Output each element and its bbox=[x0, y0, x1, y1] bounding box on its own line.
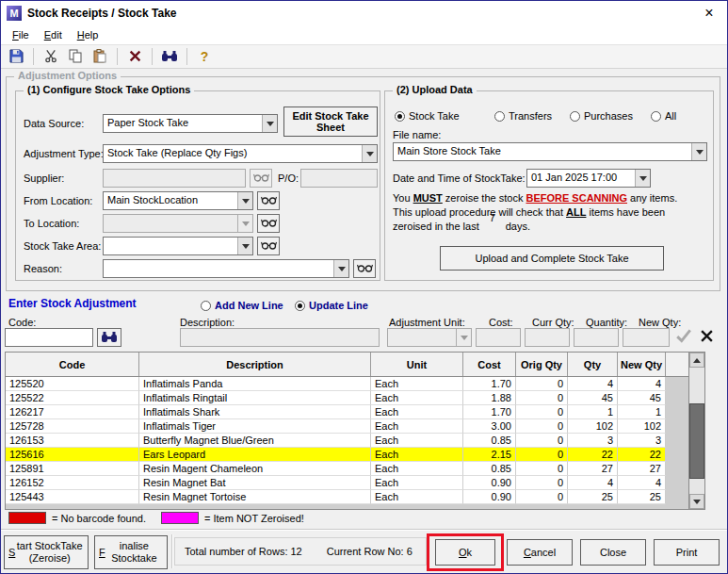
reason-combo[interactable] bbox=[103, 259, 349, 278]
table-row[interactable]: 125616 Ears Leopard Each 2.15 0 22 22 bbox=[6, 448, 688, 462]
stocktake-date-combo[interactable]: 01 Jan 2025 17:00 bbox=[526, 169, 651, 188]
close-button[interactable]: Close bbox=[580, 539, 646, 566]
upload-complete-button[interactable]: Upload and Complete Stock Take bbox=[440, 246, 664, 271]
from-location-lookup-button[interactable] bbox=[257, 191, 280, 210]
header-code[interactable]: Code bbox=[6, 353, 139, 376]
scroll-down-icon[interactable] bbox=[689, 494, 704, 509]
header-new-qty[interactable]: New Qty bbox=[618, 353, 666, 376]
save-button[interactable] bbox=[5, 46, 27, 67]
data-source-value: Paper Stock Take bbox=[104, 115, 262, 132]
close-icon[interactable]: × bbox=[699, 6, 720, 21]
chevron-down-icon bbox=[691, 143, 706, 160]
header-unit[interactable]: Unit bbox=[371, 353, 463, 376]
code-input[interactable] bbox=[5, 328, 93, 347]
finalise-stocktake-button[interactable]: Finalise Stocktake bbox=[94, 535, 168, 569]
to-location-lookup-button[interactable] bbox=[257, 214, 280, 233]
cost-label: Cost: bbox=[489, 317, 513, 328]
header-qty[interactable]: Qty bbox=[568, 353, 618, 376]
not-zeroised-swatch bbox=[161, 512, 199, 524]
table-row[interactable]: 126152 Resin Magnet Bat Each 0.90 0 4 4 bbox=[6, 476, 688, 490]
find-button[interactable] bbox=[158, 46, 181, 67]
radio-button-icon bbox=[570, 111, 580, 122]
new-qty-field bbox=[623, 328, 670, 347]
no-barcode-swatch bbox=[8, 512, 46, 524]
ok-button[interactable]: Ok bbox=[435, 539, 495, 566]
delete-icon bbox=[129, 50, 141, 64]
copy-button[interactable] bbox=[64, 46, 87, 67]
from-location-combo[interactable]: Main StockLocation bbox=[103, 191, 253, 210]
print-button[interactable]: Print bbox=[654, 539, 720, 566]
code-search-button[interactable] bbox=[97, 328, 121, 347]
paste-button[interactable] bbox=[89, 46, 111, 67]
start-stocktake-button[interactable]: Start StockTake (Zeroise) bbox=[4, 535, 89, 569]
radio-update-line[interactable]: Update Line bbox=[295, 300, 368, 311]
total-rows-text: Total number of Rows: 12 bbox=[185, 546, 302, 557]
menu-help[interactable]: Help bbox=[70, 27, 106, 42]
save-icon bbox=[9, 49, 24, 65]
scrollbar-thumb[interactable] bbox=[689, 403, 704, 479]
radio-add-new-line[interactable]: Add New Line bbox=[201, 300, 283, 311]
cancel-button[interactable]: Cancel bbox=[507, 539, 573, 566]
help-icon: ? bbox=[201, 49, 209, 64]
file-name-combo[interactable]: Main Store Stock Take bbox=[393, 142, 707, 161]
table-row[interactable]: 125522 Inflatimals Ringtail Each 1.88 0 … bbox=[6, 391, 688, 405]
header-orig-qty[interactable]: Orig Qty bbox=[516, 353, 568, 376]
toolbar: ? bbox=[1, 44, 727, 69]
menu-bar: File Edit Help bbox=[1, 25, 727, 44]
radio-button-icon bbox=[201, 301, 211, 311]
quantity-label: Quantity: bbox=[586, 317, 627, 328]
radio-purchases-label: Purchases bbox=[584, 110, 633, 122]
chevron-down-icon bbox=[237, 192, 252, 209]
supplier-label: Supplier: bbox=[24, 172, 64, 184]
radio-transfers-label: Transfers bbox=[509, 110, 552, 122]
cancel-line-button[interactable] bbox=[700, 329, 714, 345]
radio-purchases[interactable]: Purchases bbox=[570, 110, 633, 122]
reason-value bbox=[104, 260, 333, 277]
header-description[interactable]: Description bbox=[139, 353, 371, 376]
table-row[interactable]: 125891 Resin Magent Chameleon Each 0.85 … bbox=[6, 462, 688, 476]
curr-qty-field bbox=[525, 328, 570, 347]
table-row[interactable]: 125520 Inflatimals Panda Each 1.70 0 4 4 bbox=[6, 377, 688, 391]
upload-group-label: (2) Upload Data bbox=[393, 84, 477, 96]
table-row[interactable]: 125443 Resin Magnet Tortoise Each 0.90 0… bbox=[6, 490, 688, 504]
file-name-value: Main Store Stock Take bbox=[394, 143, 691, 160]
stock-take-area-combo[interactable] bbox=[103, 237, 253, 255]
radio-all[interactable]: All bbox=[651, 110, 676, 122]
chevron-down-icon bbox=[635, 170, 650, 187]
vertical-scrollbar[interactable] bbox=[688, 353, 704, 509]
table-row[interactable]: 126217 Inflatimals Shark Each 1.70 0 1 1 bbox=[6, 405, 688, 419]
cost-field bbox=[476, 328, 521, 347]
glasses-icon bbox=[261, 218, 277, 229]
glasses-icon bbox=[357, 263, 373, 274]
reason-lookup-button[interactable] bbox=[353, 259, 376, 278]
radio-button-icon bbox=[494, 111, 505, 122]
radio-transfers[interactable]: Transfers bbox=[494, 110, 552, 122]
menu-edit[interactable]: Edit bbox=[37, 27, 70, 42]
data-source-combo[interactable]: Paper Stock Take bbox=[103, 114, 278, 133]
table-row[interactable]: 126153 Butterfly Magnet Blue/Green Each … bbox=[6, 434, 688, 448]
data-source-label: Data Source: bbox=[24, 118, 84, 129]
scrollbar-track[interactable] bbox=[689, 368, 704, 494]
scroll-up-icon[interactable] bbox=[689, 353, 704, 368]
radio-button-icon bbox=[395, 111, 405, 122]
help-button[interactable]: ? bbox=[193, 46, 216, 67]
confirm-line-button bbox=[675, 328, 692, 345]
paste-icon bbox=[93, 49, 106, 65]
edit-stock-take-sheet-button[interactable]: Edit Stock Take Sheet bbox=[283, 107, 378, 137]
cut-button[interactable] bbox=[40, 46, 62, 67]
adjustment-type-combo[interactable]: Stock Take (Replace Qty Figs) bbox=[103, 144, 378, 163]
menu-file[interactable]: File bbox=[5, 27, 37, 42]
chevron-down-icon bbox=[237, 238, 252, 254]
cut-icon bbox=[44, 49, 58, 65]
header-cost[interactable]: Cost bbox=[463, 353, 516, 376]
table-row[interactable]: 125728 Inflatimals Tiger Each 3.00 0 102… bbox=[6, 419, 688, 434]
to-location-label: To Location: bbox=[24, 218, 79, 229]
toolbar-separator bbox=[117, 48, 118, 65]
radio-stock-take[interactable]: Stock Take bbox=[395, 110, 460, 122]
grid-header: Code Description Unit Cost Orig Qty Qty … bbox=[6, 353, 688, 377]
cross-icon bbox=[700, 334, 714, 345]
delete-button[interactable] bbox=[123, 46, 146, 67]
toolbar-separator bbox=[186, 48, 187, 65]
adjustment-type-label: Adjustment Type: bbox=[24, 148, 104, 159]
stock-take-area-lookup-button[interactable] bbox=[257, 237, 280, 255]
